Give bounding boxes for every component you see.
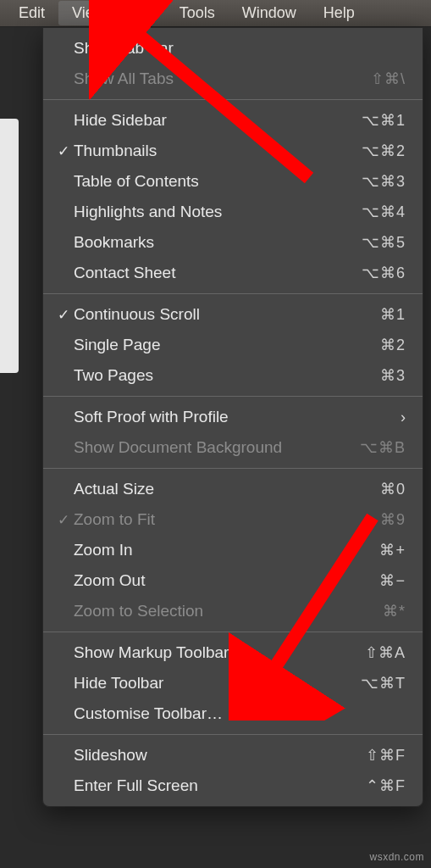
menu-shortcut: ⌥⌘3 bbox=[329, 172, 406, 191]
menu-item-enter-full-screen[interactable]: Enter Full Screen⌃⌘F bbox=[43, 771, 423, 801]
menubar-item-tools[interactable]: Tools bbox=[166, 1, 229, 25]
menu-item-label: Hide Sidebar bbox=[74, 111, 329, 130]
checkmark-icon: ✓ bbox=[53, 511, 74, 529]
menu-item-label: Contact Sheet bbox=[74, 264, 329, 282]
menu-shortcut: ⌥⌘4 bbox=[329, 203, 406, 221]
menu-shortcut: ⌥⌘5 bbox=[329, 233, 406, 252]
menu-item-label: Thumbnails bbox=[74, 142, 329, 160]
menu-item-single-page[interactable]: Single Page⌘2 bbox=[43, 330, 423, 360]
menu-separator bbox=[43, 734, 423, 735]
menu-shortcut: ⌘9 bbox=[329, 510, 406, 529]
menu-item-label: Customise Toolbar… bbox=[74, 704, 329, 723]
menu-item-label: Show Markup Toolbar bbox=[74, 643, 329, 662]
menu-item-highlights-and-notes[interactable]: Highlights and Notes⌥⌘4 bbox=[43, 197, 423, 227]
menu-item-zoom-to-fit: ✓Zoom to Fit⌘9 bbox=[43, 504, 423, 535]
menu-shortcut: ⌘− bbox=[329, 571, 406, 590]
chevron-right-icon: › bbox=[401, 409, 406, 426]
menu-item-zoom-to-selection: Zoom to Selection⌘* bbox=[43, 596, 423, 626]
menubar-item-help[interactable]: Help bbox=[310, 1, 368, 25]
menu-item-actual-size[interactable]: Actual Size⌘0 bbox=[43, 474, 423, 504]
menu-separator bbox=[43, 99, 423, 100]
menu-shortcut: ⌥⌘B bbox=[329, 438, 406, 457]
menu-item-label: Zoom Out bbox=[74, 571, 329, 590]
menu-item-label: Actual Size bbox=[74, 480, 329, 498]
menu-item-label: Highlights and Notes bbox=[74, 203, 329, 221]
menu-shortcut: ⌘* bbox=[329, 602, 406, 620]
menu-item-label: Table of Contents bbox=[74, 172, 329, 191]
menu-item-label: Soft Proof with Profile bbox=[74, 408, 401, 426]
sidebar-thumbnail-peek bbox=[0, 119, 19, 373]
menu-item-show-markup-toolbar[interactable]: Show Markup Toolbar⇧⌘A bbox=[43, 637, 423, 668]
menu-item-label: Zoom In bbox=[74, 541, 329, 559]
menu-shortcut: ⌘1 bbox=[329, 305, 406, 324]
menu-shortcut: ⌘+ bbox=[329, 541, 406, 559]
menubar-item-edit[interactable]: Edit bbox=[5, 1, 58, 25]
checkmark-icon: ✓ bbox=[53, 142, 74, 160]
watermark: wsxdn.com bbox=[369, 851, 424, 863]
checkmark-icon: ✓ bbox=[53, 306, 74, 324]
sidebar-thumbnail-peek bbox=[0, 449, 19, 721]
menu-item-show-all-tabs: Show All Tabs⇧⌘\ bbox=[43, 64, 423, 94]
menu-shortcut: ⌘3 bbox=[329, 366, 406, 385]
menubar: EditViewGoToolsWindowHelp bbox=[0, 0, 431, 27]
menu-item-show-tab-bar[interactable]: Show Tab Bar bbox=[43, 33, 423, 64]
menu-item-label: Slideshow bbox=[74, 746, 329, 765]
menu-item-label: Continuous Scroll bbox=[74, 305, 329, 324]
menu-separator bbox=[43, 396, 423, 397]
menu-item-contact-sheet[interactable]: Contact Sheet⌥⌘6 bbox=[43, 258, 423, 288]
menu-item-label: Show Document Background bbox=[74, 438, 329, 457]
view-menu-dropdown: Show Tab BarShow All Tabs⇧⌘\Hide Sidebar… bbox=[42, 27, 423, 807]
menu-shortcut: ⇧⌘\ bbox=[329, 70, 406, 88]
menu-shortcut: ⌥⌘6 bbox=[329, 264, 406, 282]
menu-item-zoom-in[interactable]: Zoom In⌘+ bbox=[43, 535, 423, 565]
menu-shortcut: ⌥⌘2 bbox=[329, 142, 406, 160]
menu-item-hide-toolbar[interactable]: Hide Toolbar⌥⌘T bbox=[43, 668, 423, 698]
menu-item-soft-proof-with-profile[interactable]: Soft Proof with Profile› bbox=[43, 402, 423, 432]
menubar-item-view[interactable]: View bbox=[58, 1, 119, 25]
menu-item-label: Single Page bbox=[74, 336, 329, 354]
menu-separator bbox=[43, 468, 423, 469]
menu-item-table-of-contents[interactable]: Table of Contents⌥⌘3 bbox=[43, 166, 423, 197]
menu-item-customise-toolbar[interactable]: Customise Toolbar… bbox=[43, 698, 423, 729]
menu-item-label: Zoom to Fit bbox=[74, 510, 329, 529]
menu-shortcut: ⌘2 bbox=[329, 336, 406, 354]
menu-item-thumbnails[interactable]: ✓Thumbnails⌥⌘2 bbox=[43, 136, 423, 166]
menu-item-label: Enter Full Screen bbox=[74, 776, 329, 795]
menubar-item-go[interactable]: Go bbox=[119, 1, 166, 25]
menu-separator bbox=[43, 293, 423, 294]
menu-item-two-pages[interactable]: Two Pages⌘3 bbox=[43, 360, 423, 391]
menu-item-slideshow[interactable]: Slideshow⇧⌘F bbox=[43, 740, 423, 771]
menu-item-label: Show Tab Bar bbox=[74, 39, 329, 58]
menu-shortcut: ⇧⌘A bbox=[329, 643, 406, 662]
menu-shortcut: ⌥⌘T bbox=[329, 674, 406, 693]
menu-item-label: Hide Toolbar bbox=[74, 674, 329, 693]
menu-shortcut: ⇧⌘F bbox=[329, 746, 406, 765]
menu-item-label: Zoom to Selection bbox=[74, 602, 329, 620]
menu-item-label: Bookmarks bbox=[74, 233, 329, 252]
menu-item-zoom-out[interactable]: Zoom Out⌘− bbox=[43, 565, 423, 596]
menu-separator bbox=[43, 632, 423, 632]
menu-item-continuous-scroll[interactable]: ✓Continuous Scroll⌘1 bbox=[43, 299, 423, 330]
menu-item-label: Show All Tabs bbox=[74, 70, 329, 88]
menu-shortcut: ⌘0 bbox=[329, 480, 406, 498]
menu-item-show-document-background: Show Document Background⌥⌘B bbox=[43, 432, 423, 463]
menubar-item-window[interactable]: Window bbox=[229, 1, 310, 25]
menu-item-bookmarks[interactable]: Bookmarks⌥⌘5 bbox=[43, 227, 423, 258]
menu-shortcut: ⌥⌘1 bbox=[329, 111, 406, 130]
menu-item-label: Two Pages bbox=[74, 366, 329, 385]
menu-shortcut: ⌃⌘F bbox=[329, 776, 406, 795]
menu-item-hide-sidebar[interactable]: Hide Sidebar⌥⌘1 bbox=[43, 105, 423, 136]
